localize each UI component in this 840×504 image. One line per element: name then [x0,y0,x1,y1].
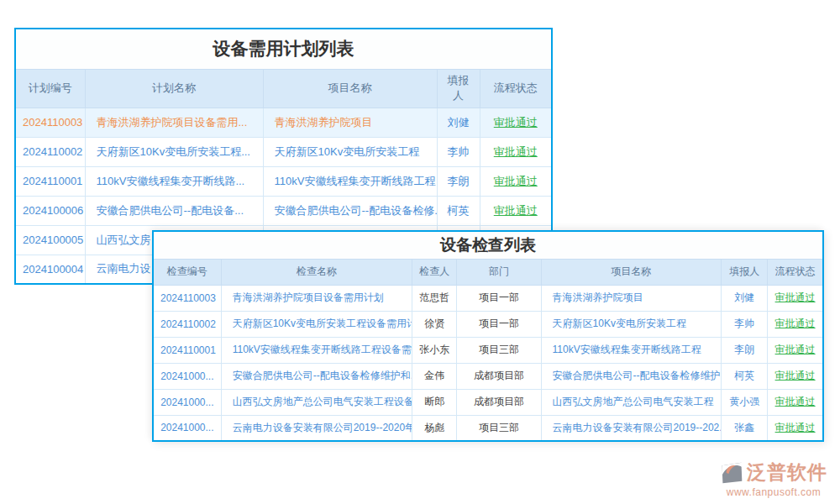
check-name-link[interactable]: 山西弘文房地产总公司电气安装工程设备... [221,389,412,415]
plan-table-row[interactable]: 2024110002 天府新区10Kv变电所安装工程... 天府新区10Kv变电… [15,137,552,166]
check-status-link[interactable]: 审批通过 [768,363,823,389]
check-dept: 项目三部 [457,337,541,363]
check-reporter[interactable]: 柯英 [722,363,768,389]
plan-id-link[interactable]: 2024100005 [15,225,85,255]
fanpu-logo: 泛普软件 www.fanpusoft.com [719,459,828,498]
plan-status-link[interactable]: 审批通过 [480,137,552,166]
plan-reporter[interactable]: 柯英 [437,196,480,225]
check-id-link[interactable]: 20241000... [153,389,221,415]
plan-project-link[interactable]: 110kV安徽线程集变开断线路工程 [263,166,437,196]
plan-col-project: 项目名称 [263,69,437,108]
check-table-header-row: 检查编号 检查名称 检查人 部门 项目名称 填报人 流程状态 [153,259,823,285]
check-table-row[interactable]: 2024110002 天府新区10Kv变电所安装工程设备需用计划 徐贤 项目一部… [153,311,823,337]
fanpu-logo-icon [719,460,744,486]
check-project-link[interactable]: 山西弘文房地产总公司电气安装工程 [541,389,722,415]
check-table-title-row: 设备检查列表 [153,231,823,259]
plan-table-row[interactable]: 2024100006 安徽合肥供电公司--配电设备... 安徽合肥供电公司--配… [15,196,552,225]
plan-table-title: 设备需用计划列表 [15,29,552,69]
check-dept: 项目一部 [457,285,541,311]
check-col-name: 检查名称 [221,259,412,285]
check-inspector: 断郎 [412,389,457,415]
check-inspector: 张小东 [412,337,457,363]
check-dept: 项目一部 [457,311,541,337]
plan-project-link[interactable]: 天府新区10Kv变电所安装工程 [263,137,437,166]
check-table-row[interactable]: 20241000... 山西弘文房地产总公司电气安装工程设备... 断郎 成都项… [153,389,823,415]
plan-table-row[interactable]: 2024110003 青海洪湖养护院项目设备需用... 青海洪湖养护院项目 刘健… [15,108,552,137]
check-inspector: 杨彪 [412,415,457,441]
check-project-link[interactable]: 云南电力设备安装有限公司2019--202... [541,415,722,441]
check-id-link[interactable]: 20241000... [153,363,221,389]
check-table-row[interactable]: 20241000... 云南电力设备安装有限公司2019--2020年... 杨… [153,415,823,441]
plan-project-link[interactable]: 青海洪湖养护院项目 [263,108,437,137]
plan-name-link[interactable]: 青海洪湖养护院项目设备需用... [85,108,263,137]
plan-id-link[interactable]: 2024110003 [15,108,85,137]
check-id-link[interactable]: 2024110001 [153,337,221,363]
plan-name-link[interactable]: 110kV安徽线程集变开断线路... [85,166,263,196]
plan-reporter[interactable]: 李帅 [437,137,480,166]
check-col-project: 项目名称 [541,259,722,285]
plan-reporter[interactable]: 刘健 [437,108,480,137]
check-dept: 成都项目部 [457,389,541,415]
plan-status-link[interactable]: 审批通过 [480,196,552,225]
check-reporter[interactable]: 李朗 [722,337,768,363]
plan-table-header-row: 计划编号 计划名称 项目名称 填报人 流程状态 [15,69,552,108]
check-table-title: 设备检查列表 [153,231,823,259]
plan-col-name: 计划名称 [85,69,263,108]
check-name-link[interactable]: 云南电力设备安装有限公司2019--2020年... [221,415,412,441]
fanpu-brand-text: 泛普软件 [747,459,827,486]
check-project-link[interactable]: 青海洪湖养护院项目 [541,285,722,311]
fanpu-website-url: www.fanpusoft.com [719,486,828,498]
check-reporter[interactable]: 李帅 [722,311,768,337]
check-name-link[interactable]: 青海洪湖养护院项目设备需用计划 [221,285,412,311]
check-name-link[interactable]: 110kV安徽线程集变开断线路工程设备需... [221,337,412,363]
plan-col-status: 流程状态 [480,69,552,108]
plan-id-link[interactable]: 2024100006 [15,196,85,225]
check-col-status: 流程状态 [768,259,823,285]
plan-col-reporter: 填报人 [437,69,480,108]
check-col-reporter: 填报人 [722,259,768,285]
check-inspector: 徐贤 [412,311,457,337]
check-reporter[interactable]: 黄小强 [722,389,768,415]
check-dept: 成都项目部 [457,363,541,389]
plan-id-link[interactable]: 2024110001 [15,166,85,196]
check-status-link[interactable]: 审批通过 [768,311,823,337]
check-inspector: 金伟 [412,363,457,389]
check-col-id: 检查编号 [153,259,221,285]
check-status-link[interactable]: 审批通过 [768,285,823,311]
check-reporter[interactable]: 张鑫 [722,415,768,441]
check-name-link[interactable]: 安徽合肥供电公司--配电设备检修维护和... [221,363,412,389]
check-project-link[interactable]: 天府新区10Kv变电所安装工程 [541,311,722,337]
plan-status-link[interactable]: 审批通过 [480,166,552,196]
plan-project-link[interactable]: 安徽合肥供电公司--配电设备检修... [263,196,437,225]
check-table-row[interactable]: 2024110003 青海洪湖养护院项目设备需用计划 范思哲 项目一部 青海洪湖… [153,285,823,311]
check-status-link[interactable]: 审批通过 [768,389,823,415]
check-project-link[interactable]: 110kV安徽线程集变开断线路工程 [541,337,722,363]
check-table-row[interactable]: 2024110001 110kV安徽线程集变开断线路工程设备需... 张小东 项… [153,337,823,363]
plan-name-link[interactable]: 安徽合肥供电公司--配电设备... [85,196,263,225]
plan-name-link[interactable]: 天府新区10Kv变电所安装工程... [85,137,263,166]
plan-col-id: 计划编号 [15,69,85,108]
check-col-dept: 部门 [457,259,541,285]
plan-table-title-row: 设备需用计划列表 [15,29,552,69]
plan-reporter[interactable]: 李朗 [437,166,480,196]
check-dept: 项目三部 [457,415,541,441]
check-table-row[interactable]: 20241000... 安徽合肥供电公司--配电设备检修维护和... 金伟 成都… [153,363,823,389]
plan-table-row[interactable]: 2024110001 110kV安徽线程集变开断线路... 110kV安徽线程集… [15,166,552,196]
check-id-link[interactable]: 20241000... [153,415,221,441]
check-id-link[interactable]: 2024110002 [153,311,221,337]
check-col-inspector: 检查人 [412,259,457,285]
check-reporter[interactable]: 刘健 [722,285,768,311]
check-list-table: 设备检查列表 检查编号 检查名称 检查人 部门 项目名称 填报人 流程状态 20… [152,230,824,442]
check-status-link[interactable]: 审批通过 [768,337,823,363]
check-name-link[interactable]: 天府新区10Kv变电所安装工程设备需用计划 [221,311,412,337]
check-project-link[interactable]: 安徽合肥供电公司--配电设备检修维护... [541,363,722,389]
plan-id-link[interactable]: 2024110002 [15,137,85,166]
check-id-link[interactable]: 2024110003 [153,285,221,311]
plan-status-link[interactable]: 审批通过 [480,108,552,137]
check-status-link[interactable]: 审批通过 [768,415,823,441]
check-inspector: 范思哲 [412,285,457,311]
plan-id-link[interactable]: 2024100004 [15,255,85,284]
